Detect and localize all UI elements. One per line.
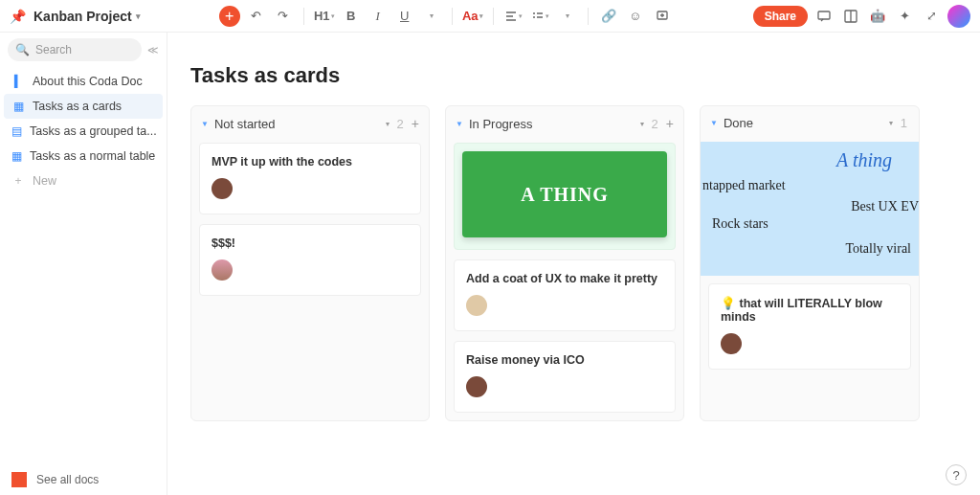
list-button[interactable]: ▾ (530, 6, 551, 27)
underline-button[interactable]: U (394, 6, 415, 27)
card[interactable]: 💡 that will LITERALLY blow minds (708, 283, 911, 370)
column-count: 1 (899, 116, 909, 130)
sidebar-footer[interactable]: See all docs (0, 464, 167, 495)
sidebar-item-about[interactable]: ▍ About this Coda Doc (0, 69, 167, 94)
chevron-down-icon[interactable]: ▾ (557, 6, 578, 27)
blue-text: Totally viral (845, 241, 911, 257)
card-title: Add a coat of UX to make it pretty (466, 272, 663, 285)
page-title: Tasks as cards (190, 63, 957, 88)
sidebar-new[interactable]: + New (0, 169, 167, 193)
blue-text: ntapped market (702, 178, 786, 193)
blue-text: A thing (836, 149, 892, 171)
emoji-button[interactable]: ☺ (625, 6, 646, 27)
align-button[interactable]: ▾ (503, 6, 524, 27)
card-title: $$$! (212, 236, 409, 250)
heading-label: H1 (314, 9, 330, 23)
svg-point-1 (533, 16, 535, 18)
link-button[interactable]: 🔗 (598, 6, 619, 27)
chevron-down-icon[interactable]: ▾ (640, 120, 644, 128)
add-card-button[interactable]: + (666, 116, 674, 131)
column-in-progress: ▼ In Progress ▾ 2 + A THING Add a coat o… (445, 105, 684, 421)
sidebar-item-label: Tasks as a grouped ta... (30, 124, 157, 138)
separator (303, 8, 304, 25)
svg-rect-3 (818, 11, 830, 19)
column-name: In Progress (469, 117, 635, 131)
card[interactable]: Add a coat of UX to make it pretty (454, 259, 676, 331)
column-done: ▼ Done ▾ 1 A thing ntapped market Best U… (700, 105, 920, 421)
table-icon: ▤ (11, 124, 22, 138)
separator (493, 8, 494, 25)
search-placeholder: Search (35, 43, 72, 56)
add-card-button[interactable]: + (412, 116, 419, 131)
assignee-avatar (466, 295, 487, 316)
card[interactable]: MVP it up with the codes (199, 143, 421, 214)
redo-button[interactable]: ↷ (273, 6, 294, 27)
chevron-down-icon: ▾ (136, 11, 141, 21)
chevron-down-icon[interactable]: ▾ (386, 120, 390, 128)
card-title: MVP it up with the codes (212, 155, 409, 169)
assignee-avatar (721, 333, 742, 354)
blue-text: Rock stars (712, 216, 768, 232)
sidebar-item-tasks-cards[interactable]: ▦ Tasks as a cards (4, 94, 163, 119)
comment-button[interactable] (652, 6, 673, 27)
triangle-down-icon: ▼ (710, 119, 718, 127)
sidebar-item-label: Tasks as a normal table (30, 149, 155, 163)
main: Tasks as cards ▼ Not started ▾ 2 + MVP i… (167, 33, 980, 495)
heading-dropdown[interactable]: H1 ▾ (314, 6, 335, 27)
board-icon: ▦ (11, 100, 25, 113)
add-button[interactable]: + (219, 6, 240, 27)
puzzle-icon[interactable]: ✦ (894, 6, 915, 27)
expand-icon[interactable]: ⤢ (921, 6, 942, 27)
sidebar-new-label: New (33, 174, 56, 188)
plus-icon: + (11, 174, 25, 188)
card[interactable]: Raise money via ICO (454, 341, 676, 413)
undo-button[interactable]: ↶ (246, 6, 267, 27)
chat-icon[interactable] (813, 6, 835, 27)
card[interactable]: $$$! (199, 224, 421, 296)
card-image[interactable]: A thing ntapped market Best UX EV Rock s… (701, 142, 919, 276)
column-name: Done (724, 116, 883, 130)
bold-button[interactable]: B (341, 6, 362, 27)
share-button[interactable]: Share (753, 6, 808, 27)
column-name: Not started (214, 117, 380, 131)
sidebar-item-tasks-grouped[interactable]: ▤ Tasks as a grouped ta... (0, 119, 167, 144)
column-header[interactable]: ▼ In Progress ▾ 2 + (446, 106, 683, 141)
chevron-down-icon[interactable]: ▾ (421, 6, 442, 27)
footer-label: See all docs (36, 473, 99, 486)
doc-title[interactable]: Kanban Project ▾ (33, 9, 141, 24)
column-not-started: ▼ Not started ▾ 2 + MVP it up with the c… (190, 105, 430, 421)
chevron-down-icon: ▾ (479, 12, 483, 20)
chevron-down-icon: ▾ (546, 12, 549, 20)
book-icon[interactable] (840, 6, 861, 27)
card-title: Raise money via ICO (466, 353, 663, 367)
robot-icon[interactable]: 🤖 (867, 6, 888, 27)
chevron-down-icon[interactable]: ▾ (889, 119, 893, 127)
text-color-button[interactable]: Aa ▾ (462, 6, 483, 27)
triangle-down-icon: ▼ (201, 120, 209, 128)
column-count: 2 (650, 117, 660, 131)
help-button[interactable]: ? (946, 464, 967, 485)
italic-button[interactable]: I (368, 6, 389, 27)
separator (452, 8, 453, 25)
sidebar-item-label: About this Coda Doc (33, 75, 143, 88)
column-header[interactable]: ▼ Done ▾ 1 (701, 106, 919, 140)
card-image-wrap[interactable]: A THING (454, 143, 676, 250)
sidebar: 🔍 Search ≪ ▍ About this Coda Doc ▦ Tasks… (0, 33, 167, 495)
search-input[interactable]: 🔍 Search (8, 38, 142, 61)
sidebar-item-label: Tasks as a cards (33, 100, 122, 113)
card-image: A THING (462, 151, 667, 237)
text-color-label: Aa (462, 9, 479, 23)
kanban-board: ▼ Not started ▾ 2 + MVP it up with the c… (190, 105, 957, 421)
column-count: 2 (395, 117, 406, 131)
user-avatar[interactable] (947, 5, 970, 28)
triangle-down-icon: ▼ (456, 120, 463, 128)
sidebar-item-tasks-table[interactable]: ▦ Tasks as a normal table (0, 144, 167, 169)
info-icon: ▍ (11, 75, 25, 88)
doc-title-text: Kanban Project (33, 9, 132, 24)
card-title: 💡 that will LITERALLY blow minds (721, 296, 899, 324)
collapse-sidebar-icon[interactable]: ≪ (147, 44, 159, 56)
blue-text: Best UX EV (851, 199, 919, 214)
column-header[interactable]: ▼ Not started ▾ 2 + (191, 106, 429, 141)
assignee-avatar (212, 259, 233, 281)
separator (588, 8, 589, 25)
